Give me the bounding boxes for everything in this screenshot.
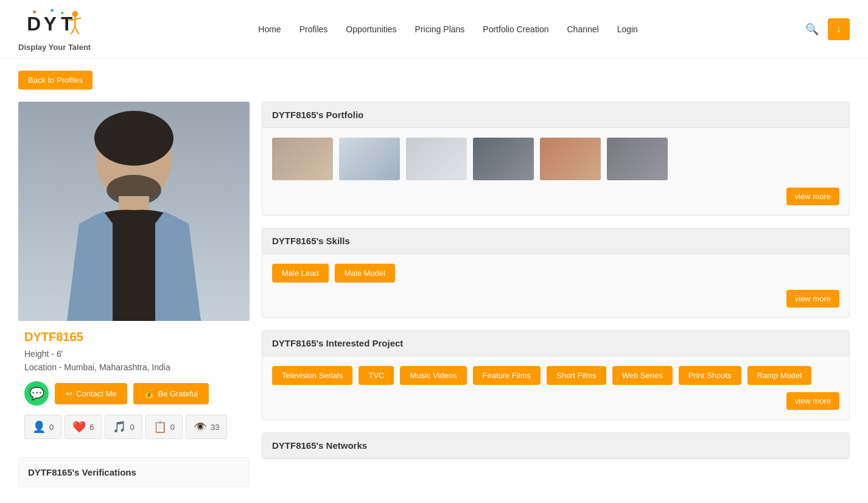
be-grateful-button[interactable]: 💰 Be Grateful [133,383,209,404]
portfolio-view-more-row: view more [272,188,839,205]
profile-location: Location - Mumbai, Maharashtra, India [24,362,243,372]
views-icon: 👁️ [194,420,207,434]
project-tag-5: Web Series [612,366,673,385]
grateful-icon: 💰 [144,389,154,398]
nav-portfolio-creation[interactable]: Portfolio Creation [483,24,548,34]
clips-count: 0 [170,423,175,432]
portfolio-header: DYTF8165's Portfolio [262,102,849,128]
main-nav: Home Profiles Opportunities Pricing Plan… [258,24,638,34]
project-tag-2: Music Videos [400,366,466,385]
portfolio-thumb-6[interactable] [607,138,668,180]
verifications-card: DYTF8165's Verifications [18,457,250,487]
profile-id: DYTF8165 [24,330,243,344]
skills-header: DYTF8165's Skills [262,228,849,254]
followers-icon: 👤 [32,420,46,434]
nav-channel[interactable]: Channel [567,24,598,34]
arrow-icon: ↩ [66,389,72,398]
portfolio-thumb-3[interactable] [406,138,467,180]
right-column: DYTF8165's Portfolio view more [262,102,850,487]
interested-project-section: DYTF8165's Interested Project Television… [262,330,850,420]
nav-login[interactable]: Login [617,24,638,34]
download-button[interactable]: ↓ [828,18,850,40]
contact-me-button[interactable]: ↩ Contact Me [55,383,127,404]
header-right: 🔍 ↓ [805,18,850,40]
views-count: 33 [211,423,219,432]
stat-audio: 🎵 0 [105,415,142,439]
nav-profiles[interactable]: Profiles [299,24,328,34]
interested-project-header: DYTF8165's Interested Project [262,331,849,356]
clips-icon: 📋 [153,420,167,434]
project-view-more-row: view more [272,392,839,410]
grateful-label: Be Grateful [158,389,198,398]
networks-header: DYTF8165's Networks [262,433,849,459]
main-content: Back to Profiles [0,58,868,499]
svg-text:T: T [61,13,72,35]
stat-views: 👁️ 33 [186,415,227,439]
profile-height: Height - 6' [24,349,243,359]
back-to-profiles-button[interactable]: Back to Profiles [18,71,93,90]
stats-row: 👤 0 ❤️ 6 🎵 0 📋 0 [24,415,243,439]
stat-likes: ❤️ 6 [65,415,102,439]
content-row: DYTF8165 Height - 6' Location - Mumbai, … [18,102,850,487]
skill-tag-0: Male Lead [272,264,329,283]
likes-count: 6 [89,423,94,432]
portfolio-thumb-2[interactable] [339,138,400,180]
stat-clips: 📋 0 [145,415,183,439]
svg-line-7 [75,27,79,35]
nav-opportunities[interactable]: Opportunities [346,24,396,34]
profile-info: DYTF8165 Height - 6' Location - Mumbai, … [18,321,250,448]
portfolio-thumbnails [272,138,839,180]
followers-count: 0 [49,423,54,432]
project-tags: Television Serials TVC Music Videos Feat… [272,366,839,385]
profile-photo [18,102,250,321]
whatsapp-button[interactable]: 💬 [24,381,49,406]
likes-icon: ❤️ [72,420,86,434]
svg-point-10 [61,12,63,14]
svg-text:Y: Y [43,13,56,35]
skills-body: Male Lead Male Model view more [262,254,849,317]
portfolio-thumb-5[interactable] [540,138,601,180]
interested-project-body: Television Serials TVC Music Videos Feat… [262,356,849,420]
portfolio-thumb-1[interactable] [272,138,333,180]
logo[interactable]: D Y T Display Your Talent [18,6,91,52]
audio-count: 0 [130,423,134,432]
profile-image-svg [18,102,250,321]
contact-label: Contact Me [76,389,116,398]
skills-view-more-row: view more [272,290,839,308]
profile-actions: 💬 ↩ Contact Me 💰 Be Grateful [24,381,243,406]
svg-point-8 [33,10,36,13]
nav-home[interactable]: Home [258,24,281,34]
nav-pricing[interactable]: Pricing Plans [415,24,465,34]
search-icon: 🔍 [805,23,819,35]
networks-section: DYTF8165's Networks [262,432,850,459]
whatsapp-icon: 💬 [29,386,44,401]
logo-text: Display Your Talent [18,43,91,52]
portfolio-thumb-4[interactable] [473,138,534,180]
skill-tag-1: Male Model [335,264,395,283]
left-column: DYTF8165 Height - 6' Location - Mumbai, … [18,102,250,487]
svg-point-14 [94,111,173,166]
svg-point-9 [51,9,54,12]
portfolio-view-more-button[interactable]: view more [786,188,839,205]
portfolio-section: DYTF8165's Portfolio view more [262,102,850,216]
svg-text:D: D [27,13,41,35]
project-tag-7: Ramp Model [747,366,812,385]
project-tag-1: TVC [359,366,394,385]
audio-icon: 🎵 [113,420,126,434]
logo-svg: D Y T [24,6,85,43]
project-view-more-button[interactable]: view more [786,392,839,410]
skills-section: DYTF8165's Skills Male Lead Male Model v… [262,228,850,318]
portfolio-body: view more [262,128,849,215]
skills-tags: Male Lead Male Model [272,264,839,283]
svg-point-3 [72,11,78,17]
search-button[interactable]: 🔍 [805,23,819,36]
project-tag-3: Feature Films [473,366,541,385]
profile-image [18,102,250,321]
stat-followers: 👤 0 [24,415,61,439]
skills-view-more-button[interactable]: view more [786,290,839,308]
project-tag-0: Television Serials [272,366,352,385]
project-tag-4: Short Films [547,366,606,385]
header: D Y T Display Your Talent Home Profiles … [0,0,868,58]
project-tag-6: Print Shoots [679,366,741,385]
verifications-title: DYTF8165's Verifications [28,467,240,477]
